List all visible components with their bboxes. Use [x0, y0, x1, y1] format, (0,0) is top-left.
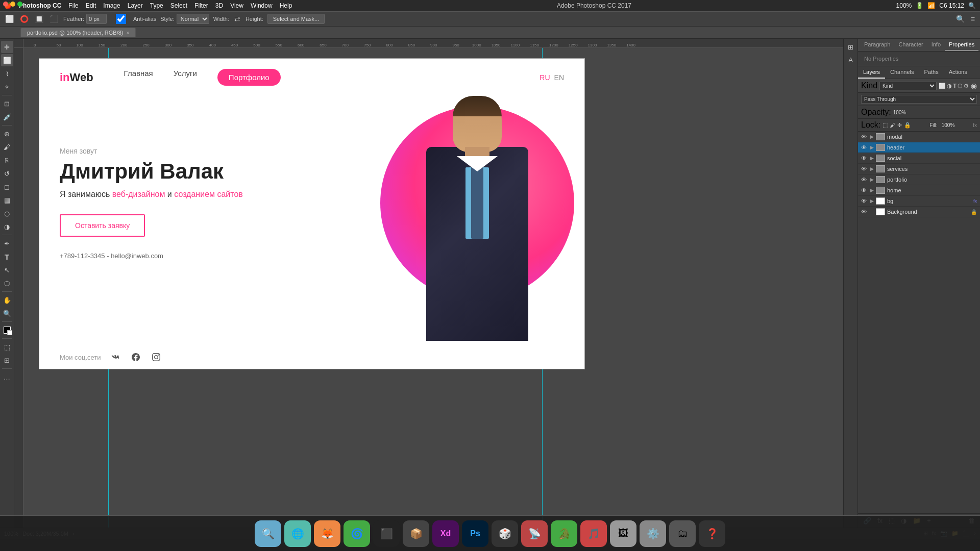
layer-services[interactable]: 👁 ▶ services: [858, 164, 980, 174]
canvas-viewport[interactable]: inWeb Главная Услуги Портфолио RU EN: [23, 48, 843, 528]
shape-tool[interactable]: ⬡: [1, 277, 13, 289]
type-tool[interactable]: T: [1, 251, 13, 263]
shape-filter-icon[interactable]: ⬡: [958, 83, 963, 89]
menu-file[interactable]: File: [68, 2, 78, 9]
blend-mode-select[interactable]: Pass Through: [861, 95, 977, 104]
screen-mode[interactable]: ⊞: [1, 354, 13, 366]
nav-portfolio[interactable]: Портфолио: [217, 69, 281, 86]
layer-services-expand[interactable]: ▶: [870, 166, 874, 171]
layer-bg[interactable]: 👁 ▶ bg fx: [858, 196, 980, 207]
menu-edit[interactable]: Edit: [86, 2, 96, 9]
layer-background-eye[interactable]: 👁: [861, 209, 868, 215]
tab-info[interactable]: Info: [927, 39, 945, 51]
app-name[interactable]: Photoshop CC: [19, 2, 61, 9]
dock-system-prefs[interactable]: ⚙️: [640, 520, 666, 547]
clone-tool[interactable]: ⎘: [1, 154, 13, 166]
menu-image[interactable]: Image: [103, 2, 120, 9]
menu-3d[interactable]: 3D: [215, 2, 223, 9]
antialias-checkbox[interactable]: [111, 14, 131, 24]
eraser-tool[interactable]: ◻: [1, 181, 13, 193]
eyedropper-tool[interactable]: 💉: [1, 111, 13, 123]
layer-social[interactable]: 👁 ▶ social: [858, 153, 980, 164]
menu-filter[interactable]: Filter: [194, 2, 208, 9]
dock-xd[interactable]: Xd: [432, 520, 459, 547]
layer-filter-toggle[interactable]: ◉: [971, 82, 977, 90]
layer-social-expand[interactable]: ▶: [870, 156, 874, 161]
menu-select[interactable]: Select: [170, 2, 187, 9]
tab-channels[interactable]: Channels: [885, 66, 919, 79]
layer-portfolio-eye[interactable]: 👁: [861, 177, 868, 183]
adjust-filter-icon[interactable]: ◑: [947, 83, 952, 89]
layer-modal-expand[interactable]: ▶: [870, 134, 874, 139]
vk-icon[interactable]: [109, 351, 121, 363]
layer-background[interactable]: 👁 ▶ Background 🔒: [858, 207, 980, 217]
tab-paragraph[interactable]: Paragraph: [860, 39, 894, 51]
dock-photos[interactable]: 🖼: [610, 520, 636, 547]
layer-header[interactable]: 👁 ▶ header: [858, 142, 980, 153]
opacity-value[interactable]: 100%: [893, 110, 977, 115]
dock-finder[interactable]: 🔍: [255, 520, 281, 547]
tab-layers[interactable]: Layers: [858, 66, 885, 79]
dodge-tool[interactable]: ◑: [1, 220, 13, 233]
menu-layer[interactable]: Layer: [128, 2, 143, 9]
layer-portfolio[interactable]: 👁 ▶ portfolio: [858, 174, 980, 185]
smart-filter-icon[interactable]: ⚙: [964, 83, 969, 89]
hero-cta-button[interactable]: Оставить заявку: [60, 214, 145, 237]
menu-view[interactable]: View: [230, 2, 243, 9]
instagram-icon[interactable]: [150, 351, 162, 363]
tab-character[interactable]: Character: [894, 39, 927, 51]
layer-home-expand[interactable]: ▶: [870, 188, 874, 193]
dock-firefox[interactable]: 🦊: [314, 520, 340, 547]
move-tool[interactable]: ✛: [1, 41, 13, 53]
foreground-color[interactable]: [1, 324, 13, 336]
fill-value[interactable]: 100%: [942, 122, 955, 128]
select-mask-button[interactable]: Select and Mask...: [267, 14, 325, 24]
menu-window[interactable]: Window: [251, 2, 273, 9]
layer-services-eye[interactable]: 👁: [861, 166, 868, 172]
swap-icon[interactable]: ⇄: [233, 14, 241, 24]
document-tab[interactable]: portfolio.psd @ 100% (header, RGB/8) ×: [20, 28, 136, 37]
marquee-tool[interactable]: ⬜: [1, 54, 13, 66]
dock-app4[interactable]: 🗂: [669, 520, 696, 547]
spot-heal-tool[interactable]: ⊕: [1, 128, 13, 140]
zoom-tool[interactable]: 🔍: [1, 307, 13, 319]
lock-all-icon[interactable]: 🔒: [904, 122, 911, 129]
layer-portfolio-expand[interactable]: ▶: [870, 177, 874, 182]
brush-tool[interactable]: 🖌: [1, 141, 13, 153]
dock-app2[interactable]: 🎲: [492, 520, 518, 547]
dock-chrome[interactable]: 🌀: [344, 520, 370, 547]
dock-app3[interactable]: 🐊: [551, 520, 577, 547]
layer-bg-eye[interactable]: 👁: [861, 198, 868, 204]
dock-photoshop[interactable]: Ps: [462, 520, 488, 547]
pen-tool[interactable]: ✒: [1, 237, 13, 249]
gradient-tool[interactable]: ▦: [1, 194, 13, 206]
tab-properties[interactable]: Properties: [945, 39, 978, 51]
layer-modal[interactable]: 👁 ▶ modal: [858, 132, 980, 142]
layer-header-expand[interactable]: ▶: [870, 145, 874, 150]
path-selection-tool[interactable]: ↖: [1, 264, 13, 276]
layer-filter-select[interactable]: Kind: [879, 82, 937, 90]
tab-paths[interactable]: Paths: [919, 66, 944, 79]
magic-wand-tool[interactable]: ✧: [1, 81, 13, 93]
facebook-icon[interactable]: [130, 351, 142, 363]
blur-tool[interactable]: ◌: [1, 207, 13, 219]
panel-layout-icon[interactable]: ⊞: [846, 42, 855, 53]
layer-home[interactable]: 👁 ▶ home: [858, 185, 980, 196]
layer-bg-expand[interactable]: ▶: [870, 198, 874, 204]
dock-filezilla[interactable]: 📡: [521, 520, 548, 547]
feather-input[interactable]: [86, 14, 107, 24]
layer-modal-eye[interactable]: 👁: [861, 134, 868, 140]
lock-position-icon[interactable]: ✛: [897, 122, 902, 129]
lasso-tool[interactable]: ⌇: [1, 67, 13, 80]
pixel-filter-icon[interactable]: ⬜: [939, 83, 946, 89]
panel-type-icon[interactable]: A: [847, 55, 854, 65]
menu-type[interactable]: Type: [150, 2, 163, 9]
dock-app5[interactable]: ❓: [699, 520, 725, 547]
crop-tool[interactable]: ⊡: [1, 97, 13, 110]
dock-terminal[interactable]: ⬛: [373, 520, 400, 547]
lock-pixels-icon[interactable]: 🖌: [890, 122, 895, 129]
nav-services[interactable]: Услуги: [174, 69, 197, 86]
dock-safari[interactable]: 🌐: [284, 520, 311, 547]
nav-home[interactable]: Главная: [124, 69, 153, 86]
dock-app1[interactable]: 📦: [403, 520, 429, 547]
